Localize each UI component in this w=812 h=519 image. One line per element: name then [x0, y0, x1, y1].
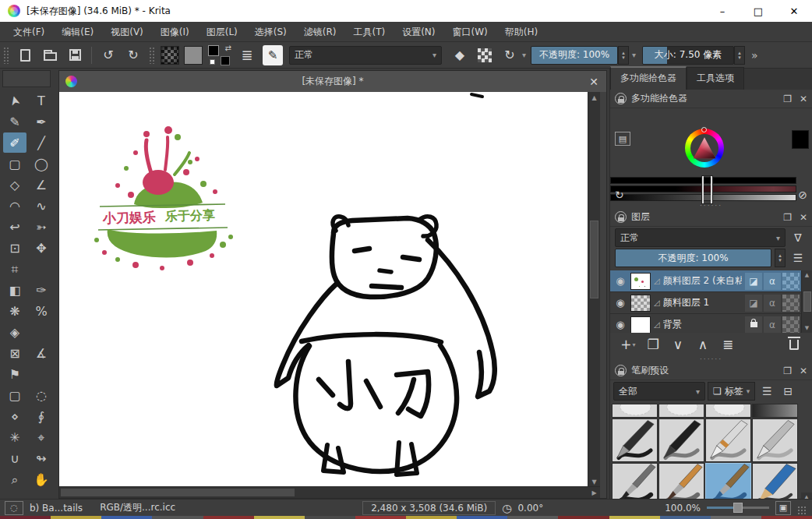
fit-view-button[interactable]: ▣ — [775, 501, 791, 515]
layer-list-scrollbar[interactable]: ▲ ▼ — [801, 270, 812, 333]
polyline-tool[interactable]: ∠ — [30, 175, 53, 195]
brush-size-slider[interactable]: 大小: 7.50 像素 — [642, 46, 734, 65]
undo-button[interactable]: ↺ — [98, 45, 118, 65]
move-layer-down-button[interactable]: ∨ — [666, 334, 690, 355]
layer-thumbnail[interactable] — [630, 295, 651, 312]
menu-item[interactable]: 设置(N) — [394, 22, 443, 42]
edit-shapes-tool[interactable]: ✎ — [3, 111, 26, 132]
menu-item[interactable]: 帮助(H) — [496, 22, 546, 42]
multibrush-tool[interactable]: ➳ — [30, 217, 53, 237]
opacity-slider[interactable]: 不透明度: 100% — [531, 46, 618, 65]
inherit-alpha-icon[interactable]: ◪ — [745, 273, 762, 290]
layer-row[interactable]: ◉◿颜料图层 2 (来自粘贴)◪α — [610, 270, 812, 292]
text-tool[interactable]: T — [30, 90, 53, 111]
default-colors-swatch[interactable] — [210, 59, 215, 65]
menu-item[interactable]: 视图(V) — [102, 22, 152, 42]
vertical-scroll-thumb[interactable] — [590, 221, 598, 298]
layer-properties-button[interactable]: ≣ — [716, 334, 740, 355]
toolbar-overflow-button[interactable]: » — [751, 49, 758, 62]
refresh-icon[interactable]: ↻ — [615, 189, 624, 201]
window-resize-grip[interactable] — [797, 506, 807, 516]
menu-item[interactable]: 图像(I) — [152, 22, 198, 42]
color-profile-label[interactable]: RGB/透明...rc.icc — [100, 501, 175, 514]
brush-option-slider-button[interactable]: ≣ — [237, 45, 257, 65]
layer-menu-button[interactable]: ☰ — [789, 249, 807, 267]
layer-opacity-slider[interactable]: 不透明度: 100% — [615, 249, 771, 267]
layer-alpha-checker-icon[interactable] — [782, 316, 800, 334]
rectangle-tool[interactable]: ▢ — [3, 154, 26, 174]
open-document-button[interactable] — [40, 45, 60, 65]
layer-visibility-icon[interactable]: ◉ — [613, 319, 627, 330]
brush-preset-airbrush-soft[interactable] — [752, 404, 798, 418]
layer-visibility-icon[interactable]: ◉ — [613, 275, 627, 287]
layer-row[interactable]: ◉◿颜料图层 1◪α — [610, 292, 812, 314]
duplicate-layer-button[interactable]: ❐ — [641, 334, 665, 355]
zoom-tool[interactable]: ⌕ — [3, 469, 26, 489]
swap-colors-icon[interactable]: ⇄ — [225, 44, 231, 52]
brush-preset-eraser-soft[interactable] — [705, 404, 751, 418]
transform-tool[interactable]: ⊡ — [3, 238, 26, 258]
pan-tool[interactable]: ✋ — [30, 469, 53, 489]
toolbox-drag-header[interactable] — [2, 70, 51, 87]
ellipse-tool[interactable]: ◯ — [30, 154, 53, 174]
no-color-icon[interactable]: ⊘ — [798, 189, 807, 201]
opacity-spinner[interactable]: ▴▾ — [618, 46, 629, 65]
chevron-down-icon[interactable]: ▾ — [522, 51, 526, 59]
horizontal-scroll-thumb[interactable] — [61, 489, 295, 496]
tab-advanced-color-selector[interactable]: 多功能拾色器 — [610, 66, 687, 90]
background-color-swatch[interactable] — [221, 56, 230, 65]
brush-preset-eraser-circle-hard[interactable] — [658, 404, 704, 418]
smart-patch-tool[interactable]: % — [30, 301, 53, 321]
layer-blend-mode-dropdown[interactable]: 正常 ▾ — [615, 228, 786, 247]
close-docker-icon[interactable]: ✕ — [800, 212, 807, 223]
foreground-background-colors[interactable]: ⇄ — [208, 45, 231, 65]
menu-item[interactable]: 文件(F) — [5, 22, 53, 42]
foreground-color-swatch[interactable] — [208, 45, 219, 56]
layers-docker-header[interactable]: 图层 ❐ ✕ — [610, 208, 812, 227]
layer-name[interactable]: 颜料图层 2 (来自粘贴) — [663, 274, 742, 288]
float-docker-icon[interactable]: ❐ — [783, 365, 792, 376]
layer-lock-icon[interactable] — [745, 316, 762, 334]
select-by-color-tool[interactable]: ⌖ — [30, 427, 53, 447]
brush-preset-ink-pen-white[interactable] — [705, 418, 751, 462]
add-layer-button[interactable]: +▾ — [616, 334, 640, 355]
document-close-icon[interactable]: ✕ — [589, 76, 598, 88]
brush-tag-filter-dropdown[interactable]: 全部 ▾ — [613, 382, 705, 401]
docker-lock-icon[interactable] — [615, 93, 627, 104]
calligraphy-tool[interactable]: ✒ — [30, 111, 53, 132]
magnetic-select-tool[interactable]: ∪ — [3, 448, 26, 468]
brush-detail-toggle-button[interactable]: ⊟ — [778, 382, 797, 401]
layer-alpha-checker-icon[interactable] — [782, 273, 800, 290]
menu-item[interactable]: 滤镜(R) — [295, 22, 345, 42]
brush-preset-eraser-circle[interactable] — [612, 404, 658, 418]
docker-resize-handle[interactable]: ······ — [610, 203, 812, 208]
value-bar-handle[interactable] — [702, 176, 712, 203]
dynamic-brush-tool[interactable]: ↩ — [3, 217, 26, 237]
gradient-chooser-button[interactable] — [161, 46, 179, 65]
scroll-up-icon[interactable]: ▲ — [805, 272, 809, 278]
canvas-vertical-scrollbar[interactable]: ▲ ▼ — [588, 92, 600, 488]
polygon-select-tool[interactable]: ⋄ — [3, 406, 26, 426]
layer-thumbnail[interactable] — [630, 273, 651, 290]
size-spinner[interactable]: ▴▾ — [734, 46, 745, 65]
brush-display-menu-button[interactable]: ☰ — [757, 382, 776, 401]
layer-opacity-spinner[interactable]: ▴▾ — [775, 249, 786, 267]
alpha-lock-icon[interactable]: α — [764, 316, 781, 334]
maximize-button[interactable]: □ — [740, 0, 776, 22]
menu-item[interactable]: 工具(T) — [344, 22, 394, 42]
document-titlebar[interactable]: [未保存图像] * ✕ — [59, 71, 606, 92]
layer-thumbnail[interactable] — [630, 316, 651, 334]
layer-scroll-thumb[interactable] — [803, 291, 811, 312]
layer-row[interactable]: ◉◿背景α — [610, 314, 812, 333]
eraser-mode-button[interactable]: ◆ — [450, 45, 470, 65]
tag-button[interactable]: ❏ 标签 ▾ — [708, 382, 755, 401]
zoom-slider[interactable] — [707, 507, 769, 509]
spin-down-icon[interactable]: ▾ — [622, 55, 625, 60]
current-color-swatch[interactable] — [792, 130, 809, 149]
scroll-up-icon[interactable]: ▲ — [588, 92, 600, 104]
fill-tool[interactable]: ◈ — [3, 322, 26, 342]
close-docker-icon[interactable]: ✕ — [800, 94, 807, 104]
inherit-alpha-icon[interactable]: ◪ — [745, 295, 762, 312]
hue-marker[interactable] — [701, 127, 707, 132]
menu-item[interactable]: 图层(L) — [198, 22, 246, 42]
